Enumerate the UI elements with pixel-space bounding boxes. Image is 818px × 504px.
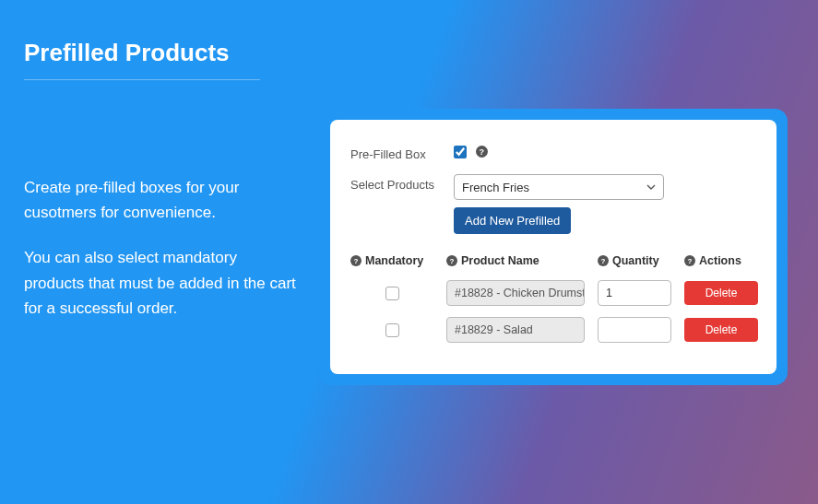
description-block: Create pre-filled boxes for your cusotme…: [24, 175, 301, 341]
panel-frame: Pre-Filled Box ? Select Products French …: [319, 109, 788, 385]
prefilled-row: Pre-Filled Box ?: [350, 144, 756, 161]
settings-panel: Pre-Filled Box ? Select Products French …: [330, 120, 777, 374]
col-mandatory-label: Mandatory: [365, 254, 423, 267]
help-icon[interactable]: ?: [598, 255, 609, 266]
col-product: ? Product Name: [446, 254, 585, 267]
select-products-control: French Fries Add New Prefilled: [454, 174, 756, 234]
col-product-label: Product Name: [461, 254, 539, 267]
col-actions-label: Actions: [699, 254, 741, 267]
description-p1: Create pre-filled boxes for your cusotme…: [24, 175, 301, 225]
mandatory-checkbox[interactable]: [385, 287, 399, 300]
table-row: #18828 - Chicken Drumst Delete: [350, 280, 756, 306]
help-icon[interactable]: ?: [446, 255, 457, 266]
cell-mandatory: [350, 323, 433, 337]
mandatory-checkbox[interactable]: [385, 323, 399, 337]
select-products-label: Select Products: [350, 174, 454, 192]
prefilled-control: ?: [454, 144, 756, 158]
help-icon[interactable]: ?: [350, 255, 362, 266]
select-products-row: Select Products French Fries Add New Pre…: [350, 174, 756, 234]
table-header: ? Mandatory ? Product Name ? Quantity ? …: [350, 254, 756, 267]
divider: [24, 79, 260, 80]
delete-button[interactable]: Delete: [684, 281, 758, 305]
help-icon[interactable]: ?: [476, 146, 488, 158]
col-quantity-label: Quantity: [612, 254, 659, 267]
page-title: Prefilled Products: [24, 39, 230, 67]
col-quantity: ? Quantity: [598, 254, 671, 267]
product-name-field[interactable]: #18828 - Chicken Drumst: [446, 280, 585, 306]
add-new-prefilled-button[interactable]: Add New Prefilled: [454, 207, 571, 234]
prefilled-label: Pre-Filled Box: [350, 144, 454, 161]
col-actions: ? Actions: [684, 254, 758, 267]
prefilled-table: ? Mandatory ? Product Name ? Quantity ? …: [350, 254, 756, 343]
quantity-input[interactable]: [598, 280, 671, 306]
col-mandatory: ? Mandatory: [350, 254, 433, 267]
table-row: #18829 - Salad Delete: [350, 317, 756, 343]
help-icon[interactable]: ?: [684, 255, 695, 266]
product-name-field[interactable]: #18829 - Salad: [446, 317, 585, 343]
description-p2: You can also select mandatory products t…: [24, 245, 301, 321]
delete-button[interactable]: Delete: [684, 318, 758, 342]
select-products-value: French Fries: [462, 181, 529, 194]
select-products-dropdown[interactable]: French Fries: [454, 174, 664, 200]
quantity-input[interactable]: [598, 317, 671, 343]
cell-mandatory: [350, 287, 433, 300]
chevron-down-icon: [646, 182, 656, 192]
prefilled-checkbox[interactable]: [454, 146, 467, 158]
